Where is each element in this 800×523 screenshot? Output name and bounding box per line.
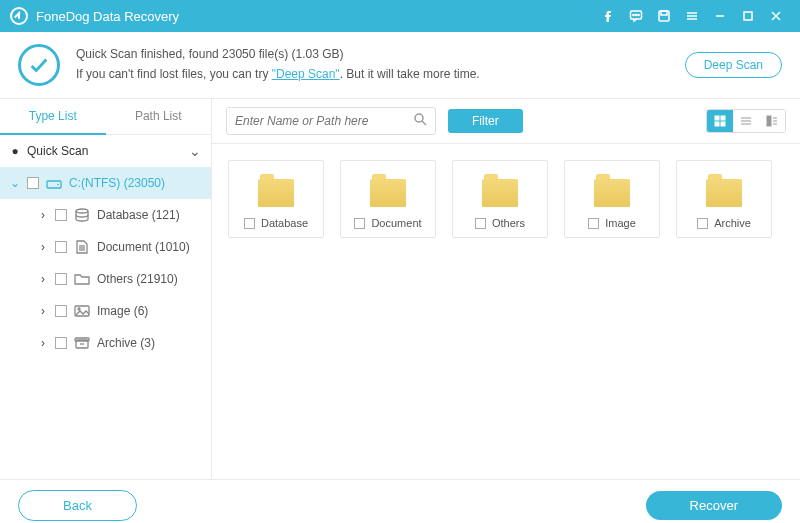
- svg-rect-10: [744, 12, 752, 20]
- svg-point-3: [638, 14, 639, 15]
- svg-point-24: [415, 114, 423, 122]
- folder-icon: [258, 179, 294, 207]
- svg-line-25: [422, 121, 426, 125]
- svg-rect-5: [661, 11, 667, 15]
- checkbox[interactable]: [588, 218, 599, 229]
- scan-summary: Quick Scan finished, found 23050 file(s)…: [76, 44, 685, 64]
- checkbox[interactable]: [244, 218, 255, 229]
- drive-icon: [46, 175, 62, 191]
- chevron-right-icon[interactable]: ›: [38, 208, 48, 222]
- grid-label: Document: [371, 217, 421, 229]
- checkbox[interactable]: [27, 177, 39, 189]
- svg-rect-29: [721, 122, 725, 126]
- scan-hint-suffix: . But it will take more time.: [340, 67, 480, 81]
- tree-root-quick-scan[interactable]: ● Quick Scan ⌄: [0, 135, 211, 167]
- svg-rect-26: [715, 116, 719, 120]
- view-list-button[interactable]: [733, 110, 759, 132]
- grid-item[interactable]: Database: [228, 160, 324, 238]
- grid-item[interactable]: Image: [564, 160, 660, 238]
- image-icon: [74, 303, 90, 319]
- folder-icon: [482, 179, 518, 207]
- svg-point-20: [78, 308, 80, 310]
- checkbox[interactable]: [55, 241, 67, 253]
- search-input[interactable]: [235, 114, 413, 128]
- chevron-right-icon[interactable]: ›: [38, 240, 48, 254]
- recover-button[interactable]: Recover: [646, 491, 782, 520]
- grid-label: Image: [605, 217, 636, 229]
- folder-icon: [594, 179, 630, 207]
- tab-type-list[interactable]: Type List: [0, 99, 106, 135]
- checkbox[interactable]: [697, 218, 708, 229]
- svg-point-15: [76, 209, 88, 213]
- grid-label: Others: [492, 217, 525, 229]
- tree-item-image[interactable]: › Image (6): [0, 295, 211, 327]
- svg-point-2: [635, 14, 636, 15]
- deep-scan-button[interactable]: Deep Scan: [685, 52, 782, 78]
- checkbox[interactable]: [475, 218, 486, 229]
- grid-item[interactable]: Archive: [676, 160, 772, 238]
- svg-rect-33: [767, 116, 771, 126]
- footer: Back Recover: [0, 479, 800, 523]
- grid-item[interactable]: Document: [340, 160, 436, 238]
- folder-grid: Database Document Others Image Archive: [212, 144, 800, 479]
- chevron-right-icon[interactable]: ›: [38, 272, 48, 286]
- grid-label: Archive: [714, 217, 751, 229]
- search-icon[interactable]: [413, 112, 427, 130]
- folder-icon: [74, 271, 90, 287]
- grid-label: Database: [261, 217, 308, 229]
- folder-icon: [706, 179, 742, 207]
- deep-scan-link[interactable]: "Deep Scan": [272, 67, 340, 81]
- titlebar: FoneDog Data Recovery: [0, 0, 800, 32]
- svg-rect-28: [715, 122, 719, 126]
- scan-hint-prefix: If you can't find lost files, you can tr…: [76, 67, 272, 81]
- view-toggle: [706, 109, 786, 133]
- view-detail-button[interactable]: [759, 110, 785, 132]
- app-title: FoneDog Data Recovery: [36, 9, 179, 24]
- archive-icon: [74, 335, 90, 351]
- toolbar: Filter: [212, 99, 800, 144]
- folder-icon: [370, 179, 406, 207]
- svg-point-1: [633, 14, 634, 15]
- chevron-right-icon[interactable]: ›: [38, 336, 48, 350]
- feedback-icon[interactable]: [622, 2, 650, 30]
- chevron-right-icon[interactable]: ›: [38, 304, 48, 318]
- svg-rect-13: [47, 181, 61, 188]
- checkbox[interactable]: [55, 305, 67, 317]
- back-button[interactable]: Back: [18, 490, 137, 521]
- filter-button[interactable]: Filter: [448, 109, 523, 133]
- check-icon: [18, 44, 60, 86]
- menu-icon[interactable]: [678, 2, 706, 30]
- tab-path-list[interactable]: Path List: [106, 99, 212, 135]
- sidebar: Type List Path List ● Quick Scan ⌄ ⌄ C:(…: [0, 99, 212, 479]
- chevron-down-icon[interactable]: ⌄: [189, 143, 201, 159]
- database-icon: [74, 207, 90, 223]
- checkbox[interactable]: [354, 218, 365, 229]
- maximize-button[interactable]: [734, 2, 762, 30]
- tree-item-database[interactable]: › Database (121): [0, 199, 211, 231]
- checkbox[interactable]: [55, 273, 67, 285]
- tree-drive[interactable]: ⌄ C:(NTFS) (23050): [0, 167, 211, 199]
- scan-banner: Quick Scan finished, found 23050 file(s)…: [0, 32, 800, 99]
- close-button[interactable]: [762, 2, 790, 30]
- chevron-down-icon[interactable]: ⌄: [10, 176, 20, 190]
- bullet-icon: ●: [10, 144, 20, 158]
- tree-item-archive[interactable]: › Archive (3): [0, 327, 211, 359]
- app-logo-icon: [10, 7, 28, 25]
- svg-rect-27: [721, 116, 725, 120]
- tree-item-document[interactable]: › Document (1010): [0, 231, 211, 263]
- save-icon[interactable]: [650, 2, 678, 30]
- share-facebook-icon[interactable]: [594, 2, 622, 30]
- search-box[interactable]: [226, 107, 436, 135]
- checkbox[interactable]: [55, 337, 67, 349]
- view-grid-button[interactable]: [707, 110, 733, 132]
- tree-item-others[interactable]: › Others (21910): [0, 263, 211, 295]
- checkbox[interactable]: [55, 209, 67, 221]
- svg-point-14: [57, 184, 59, 186]
- document-icon: [74, 239, 90, 255]
- minimize-button[interactable]: [706, 2, 734, 30]
- grid-item[interactable]: Others: [452, 160, 548, 238]
